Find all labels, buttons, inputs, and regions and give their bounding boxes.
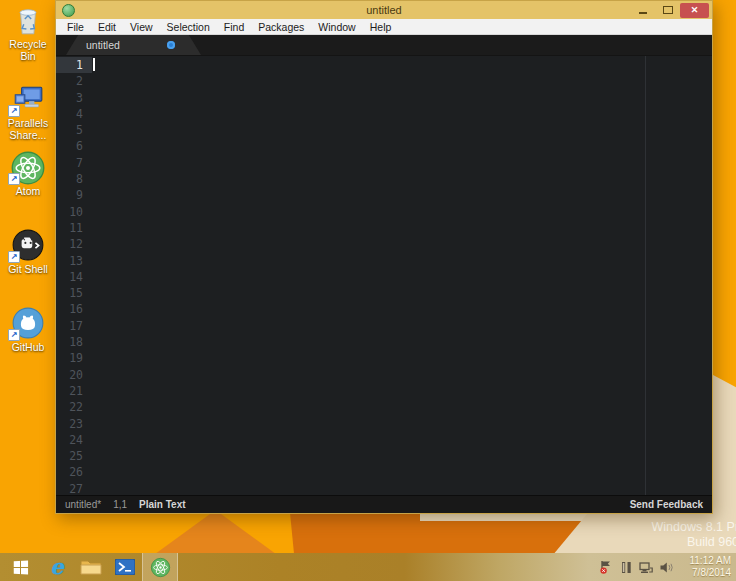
close-button[interactable]: ✕ xyxy=(680,3,709,18)
shortcut-arrow-icon: ↗ xyxy=(8,173,20,185)
maximize-icon xyxy=(663,6,673,14)
wrap-guide-line xyxy=(645,56,646,495)
line-number: 24 xyxy=(56,432,92,448)
volume-icon[interactable] xyxy=(659,560,673,574)
maximize-button[interactable] xyxy=(655,3,680,18)
line-number: 25 xyxy=(56,448,92,464)
menu-help[interactable]: Help xyxy=(363,21,399,33)
menu-file[interactable]: File xyxy=(60,21,91,33)
line-number: 18 xyxy=(56,334,92,350)
recycle-bin-icon xyxy=(10,3,46,37)
line-number: 19 xyxy=(56,350,92,366)
line-number-gutter: 1234567891011121314151617181920212223242… xyxy=(56,56,92,495)
atom-taskbar-icon xyxy=(150,557,171,578)
status-file-name: untitled* xyxy=(65,499,101,510)
desktop-icon-label: Git Shell xyxy=(1,263,55,275)
taskbar-file-explorer[interactable] xyxy=(74,553,108,581)
window-title: untitled xyxy=(56,4,712,16)
title-bar[interactable]: untitled ✕ xyxy=(56,1,712,19)
watermark-build: Build 9600 xyxy=(652,535,736,550)
line-number: 12 xyxy=(56,236,92,252)
taskbar-powershell[interactable] xyxy=(108,553,142,581)
tab-bar: untitled xyxy=(56,35,712,56)
window-controls: ✕ xyxy=(630,2,709,18)
tab-untitled[interactable]: untitled xyxy=(66,35,201,55)
shortcut-arrow-icon: ↗ xyxy=(8,251,20,263)
tab-label: untitled xyxy=(86,39,120,51)
modified-indicator-icon[interactable] xyxy=(167,41,175,49)
line-number: 14 xyxy=(56,269,92,285)
menu-packages[interactable]: Packages xyxy=(251,21,311,33)
atom-window: untitled ✕ File Edit View Selection Find… xyxy=(55,0,713,514)
line-number: 23 xyxy=(56,416,92,432)
line-number: 27 xyxy=(56,481,92,495)
desktop-icon-github[interactable]: ↗ GitHub xyxy=(1,306,55,353)
taskbar: e xyxy=(0,553,736,581)
desktop-icon-parallels-shared[interactable]: ↗ Parallels Share... xyxy=(1,82,55,141)
line-number: 7 xyxy=(56,155,92,171)
clock-time: 11:12 AM xyxy=(679,555,731,567)
line-number: 5 xyxy=(56,122,92,138)
line-number: 16 xyxy=(56,301,92,317)
desktop-icon-recycle-bin[interactable]: Recycle Bin xyxy=(1,3,55,62)
github-icon: ↗ xyxy=(10,306,46,340)
start-button[interactable] xyxy=(0,553,40,581)
parallels-tray-icon[interactable] xyxy=(619,560,633,574)
line-number: 6 xyxy=(56,138,92,154)
desktop-icon-git-shell[interactable]: ↗ Git Shell xyxy=(1,228,55,275)
status-grammar[interactable]: Plain Text xyxy=(139,499,186,510)
line-number: 11 xyxy=(56,220,92,236)
taskbar-clock[interactable]: 11:12 AM 7/8/2014 xyxy=(679,555,731,579)
menu-window[interactable]: Window xyxy=(311,21,362,33)
line-number: 15 xyxy=(56,285,92,301)
network-icon[interactable] xyxy=(639,560,653,574)
text-cursor xyxy=(93,58,95,71)
line-number: 13 xyxy=(56,253,92,269)
desktop-icon-label: Recycle Bin xyxy=(1,38,55,62)
internet-explorer-icon: e xyxy=(50,557,63,577)
desktop-icon-label: Atom xyxy=(1,185,55,197)
desktop-icon-label: GitHub xyxy=(1,341,55,353)
menu-find[interactable]: Find xyxy=(217,21,251,33)
windows-watermark: Windows 8.1 Pro Build 9600 xyxy=(652,520,736,550)
file-explorer-icon xyxy=(80,558,102,576)
shortcut-arrow-icon: ↗ xyxy=(8,329,20,341)
parallels-shared-icon: ↗ xyxy=(10,82,46,116)
minimize-button[interactable] xyxy=(630,3,655,18)
taskbar-internet-explorer[interactable]: e xyxy=(40,553,74,581)
line-number: 22 xyxy=(56,399,92,415)
menu-bar: File Edit View Selection Find Packages W… xyxy=(56,19,712,35)
desktop-icon-label: Parallels Share... xyxy=(1,117,55,141)
desktop-icon-atom[interactable]: ↗ Atom xyxy=(1,150,55,197)
line-number: 4 xyxy=(56,106,92,122)
editor-pane[interactable]: 1234567891011121314151617181920212223242… xyxy=(56,56,712,495)
action-center-flag-icon[interactable] xyxy=(599,560,613,574)
clock-date: 7/8/2014 xyxy=(679,567,731,579)
line-number: 1 xyxy=(56,57,92,73)
line-number: 20 xyxy=(56,367,92,383)
line-number: 9 xyxy=(56,187,92,203)
atom-logo-icon: ↗ xyxy=(10,150,46,184)
line-number: 17 xyxy=(56,318,92,334)
shortcut-arrow-icon: ↗ xyxy=(8,105,20,117)
windows-logo-icon xyxy=(13,560,27,574)
minimize-icon xyxy=(639,12,647,14)
line-number: 26 xyxy=(56,464,92,480)
status-bar: untitled* 1,1 Plain Text Send Feedback xyxy=(56,495,712,513)
line-number: 2 xyxy=(56,73,92,89)
line-number: 10 xyxy=(56,204,92,220)
powershell-icon xyxy=(115,559,135,575)
system-tray: 11:12 AM 7/8/2014 xyxy=(599,555,736,579)
taskbar-atom-active[interactable] xyxy=(142,553,178,581)
git-shell-icon: ↗ xyxy=(10,228,46,262)
send-feedback-link[interactable]: Send Feedback xyxy=(630,499,703,510)
line-number: 8 xyxy=(56,171,92,187)
menu-selection[interactable]: Selection xyxy=(160,21,217,33)
status-cursor-position[interactable]: 1,1 xyxy=(113,499,127,510)
menu-view[interactable]: View xyxy=(123,21,160,33)
line-number: 21 xyxy=(56,383,92,399)
watermark-edition: Windows 8.1 Pro xyxy=(652,520,736,535)
line-number: 3 xyxy=(56,90,92,106)
menu-edit[interactable]: Edit xyxy=(91,21,123,33)
